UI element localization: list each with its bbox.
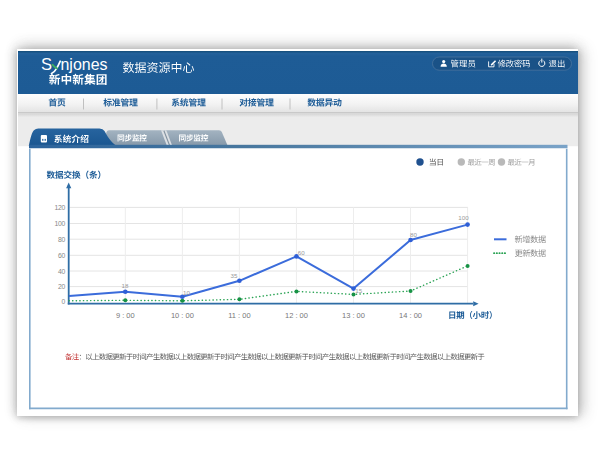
svg-text:80: 80 <box>58 236 65 243</box>
svg-text:100: 100 <box>458 214 469 221</box>
svg-text:12 : 00: 12 : 00 <box>285 311 308 320</box>
svg-text:11 : 00: 11 : 00 <box>228 311 250 320</box>
svg-text:80: 80 <box>410 231 417 238</box>
svg-text:15: 15 <box>355 287 362 294</box>
svg-text:18: 18 <box>122 282 129 289</box>
svg-text:9 : 00: 9 : 00 <box>116 311 135 320</box>
svg-text:35: 35 <box>231 272 238 279</box>
svg-text:10: 10 <box>183 289 190 296</box>
svg-text:13 : 00: 13 : 00 <box>342 311 365 320</box>
svg-text:10 : 00: 10 : 00 <box>171 311 194 320</box>
svg-text:njones: njones <box>61 55 108 73</box>
svg-text:60: 60 <box>298 249 305 256</box>
svg-text:14 : 00: 14 : 00 <box>399 311 422 320</box>
svg-text:60: 60 <box>58 252 65 259</box>
svg-text:120: 120 <box>55 204 66 211</box>
svg-text:100: 100 <box>55 220 66 227</box>
svg-text:S: S <box>41 55 52 73</box>
svg-text:40: 40 <box>58 268 65 275</box>
svg-text:20: 20 <box>58 283 65 290</box>
svg-text:0: 0 <box>62 298 66 305</box>
